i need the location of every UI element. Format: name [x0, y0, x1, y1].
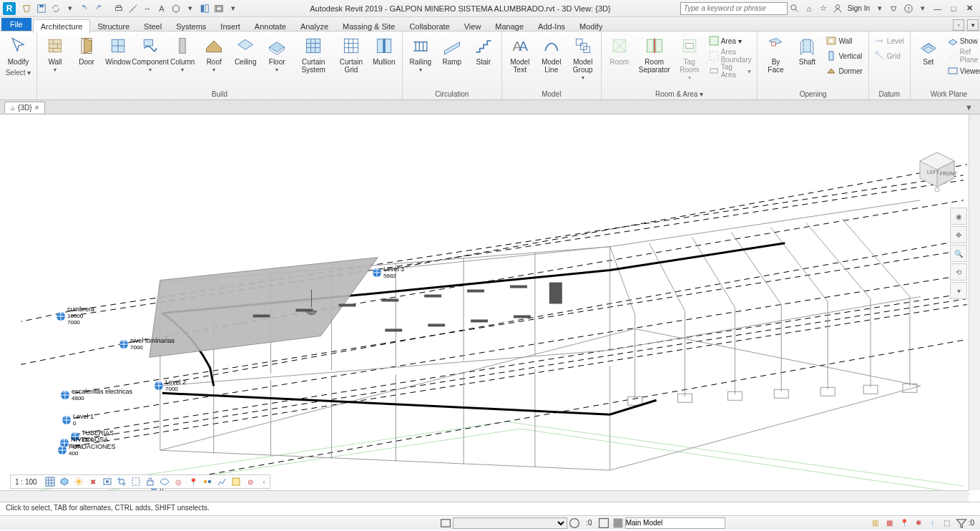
lock-icon[interactable] — [144, 476, 156, 487]
qat-thin-lines-icon[interactable] — [198, 2, 211, 15]
rendering-icon[interactable] — [102, 476, 113, 487]
window-button[interactable]: Window — [103, 34, 133, 67]
ref-plane-button[interactable]: Ref Plane — [945, 49, 980, 63]
select-panel-title[interactable]: Select ▾ — [6, 67, 31, 78]
model-text-button[interactable]: AAModel Text — [505, 34, 535, 75]
by-face-button[interactable]: By Face — [760, 34, 790, 75]
view-tab-3d[interactable]: ⌂ {3D} × — [4, 102, 45, 113]
set-button[interactable]: Set — [913, 34, 944, 67]
sun-path-icon[interactable] — [73, 476, 84, 487]
nav-more-button[interactable]: ▾ — [950, 282, 967, 299]
qat-section-icon[interactable]: ▾ — [184, 2, 197, 15]
horizontal-scrollbar[interactable] — [0, 490, 969, 502]
modify-button[interactable]: Modify — [4, 34, 34, 67]
shaft-button[interactable]: Shaft — [792, 34, 822, 67]
area-button[interactable]: Area ▾ — [706, 34, 755, 48]
qat-redo-icon[interactable] — [92, 2, 105, 15]
tag-room-button[interactable]: Tag Room▾ — [675, 34, 705, 82]
qat-undo-icon[interactable] — [78, 2, 91, 15]
filter-icon[interactable] — [955, 517, 968, 529]
worksets-icon[interactable] — [439, 517, 452, 529]
ribbon-minimize-button[interactable]: ▾ — [967, 19, 979, 31]
select-underlay-icon[interactable]: ▦ — [883, 517, 896, 529]
viewcube[interactable]: LEFT FRONT — [914, 147, 960, 193]
qat-3d-icon[interactable] — [170, 2, 182, 15]
select-face-icon[interactable]: ✱ — [912, 517, 925, 529]
file-tab[interactable]: File — [1, 18, 31, 31]
level-marker[interactable]: cumbrera100007000 — [56, 306, 94, 326]
room-area-panel-title[interactable]: Room & Area ▾ — [604, 89, 755, 99]
temp-hide-icon[interactable] — [159, 476, 170, 487]
highlight-icon[interactable] — [230, 476, 242, 487]
maximize-button[interactable]: □ — [946, 2, 961, 15]
view-tab-menu-button[interactable]: ▼ — [962, 103, 976, 112]
signin-button[interactable]: Sign In — [848, 4, 870, 12]
exchange-icon[interactable] — [888, 2, 901, 15]
ramp-button[interactable]: Ramp — [437, 34, 467, 67]
qat-save-icon[interactable] — [35, 2, 48, 15]
opening-wall-button[interactable]: Wall — [823, 34, 865, 48]
detail-level-icon[interactable] — [44, 476, 56, 487]
floor-button[interactable]: Floor▾ — [262, 34, 292, 74]
crop-icon[interactable] — [116, 476, 127, 487]
search-icon[interactable] — [788, 2, 801, 15]
column-button[interactable]: Column▾ — [167, 34, 197, 74]
wall-button[interactable]: Wall▾ — [40, 34, 70, 74]
ceiling-button[interactable]: Ceiling — [230, 34, 260, 67]
area-boundary-button[interactable]: Area Boundary — [706, 49, 755, 63]
signin-dropdown-icon[interactable]: ▾ — [873, 2, 886, 15]
level-button[interactable]: Level — [872, 34, 907, 48]
orbit-button[interactable]: ⟲ — [950, 263, 967, 281]
qat-dim-icon[interactable]: ↔ — [141, 2, 154, 15]
vertical-scrollbar[interactable] — [969, 115, 980, 490]
level-marker[interactable]: nivel luminarias7000 — [119, 338, 175, 351]
grid-button[interactable]: Grid — [872, 49, 907, 63]
qat-measure-icon[interactable] — [127, 2, 139, 15]
close-view-button[interactable]: × — [35, 104, 39, 112]
qat-print-icon[interactable] — [112, 2, 125, 15]
qat-switch-windows-icon[interactable]: ▾ — [227, 2, 240, 15]
railing-button[interactable]: Railing▾ — [406, 34, 436, 74]
level-marker[interactable]: escalerillas electricas4800 — [60, 389, 132, 401]
select-pinned-icon[interactable]: 📍 — [898, 517, 911, 529]
select-links-icon[interactable]: ▥ — [869, 517, 882, 529]
level-marker[interactable]: Level 27000 — [154, 379, 186, 392]
help-dropdown-icon[interactable]: ▾ — [916, 2, 929, 15]
reveal-constraints-icon[interactable]: ⊘ — [245, 476, 256, 487]
show-button[interactable]: Show — [945, 34, 980, 48]
keyin-icon[interactable]: ⌂ — [803, 2, 815, 15]
minimize-button[interactable]: — — [931, 2, 945, 15]
level-marker[interactable]: FUNDACIONES400 — [57, 444, 116, 457]
qat-text-icon[interactable]: A — [155, 2, 168, 15]
reveal-hidden-icon[interactable]: ◎ — [173, 476, 185, 487]
favorite-icon[interactable]: ☆ — [817, 2, 830, 15]
workset-combo[interactable] — [453, 517, 567, 529]
visual-style-icon[interactable] — [59, 476, 70, 487]
pin-icon[interactable]: 📍 — [187, 476, 199, 487]
worksharing-icon[interactable] — [202, 476, 213, 487]
editable-only-icon[interactable] — [568, 517, 581, 529]
qat-close-hidden-icon[interactable] — [212, 2, 225, 15]
stair-button[interactable]: Stair — [469, 34, 499, 67]
room-button[interactable]: Room — [604, 34, 634, 67]
roof-button[interactable]: Roof▾ — [199, 34, 229, 74]
opening-dormer-button[interactable]: Dormer — [823, 64, 865, 78]
analytical-icon[interactable] — [216, 476, 227, 487]
opening-vertical-button[interactable]: Vertical — [823, 49, 865, 63]
model-line-button[interactable]: Model Line — [536, 34, 567, 75]
design-options-icon[interactable] — [597, 517, 610, 529]
tag-area-button[interactable]: Tag Area ▾ — [706, 64, 755, 78]
scale-value[interactable]: 1 : 100 — [15, 478, 37, 486]
room-separator-button[interactable]: Room Separator — [636, 34, 673, 75]
zoom-button[interactable]: 🔍 — [950, 245, 967, 262]
crop-visible-icon[interactable] — [130, 476, 142, 487]
qat-dropdown-icon[interactable]: ▾ — [64, 2, 77, 15]
background-icon[interactable]: ⬚ — [941, 517, 954, 529]
vc-bar-left-icon[interactable]: ‹ — [263, 478, 265, 486]
qat-sync-icon[interactable] — [49, 2, 62, 15]
drag-elements-icon[interactable]: ↕ — [926, 517, 939, 529]
help-icon[interactable]: ? — [902, 2, 915, 15]
qat-open-icon[interactable] — [21, 2, 34, 15]
close-button[interactable]: ✕ — [962, 2, 976, 15]
curtain-system-button[interactable]: Curtain System — [293, 34, 333, 75]
